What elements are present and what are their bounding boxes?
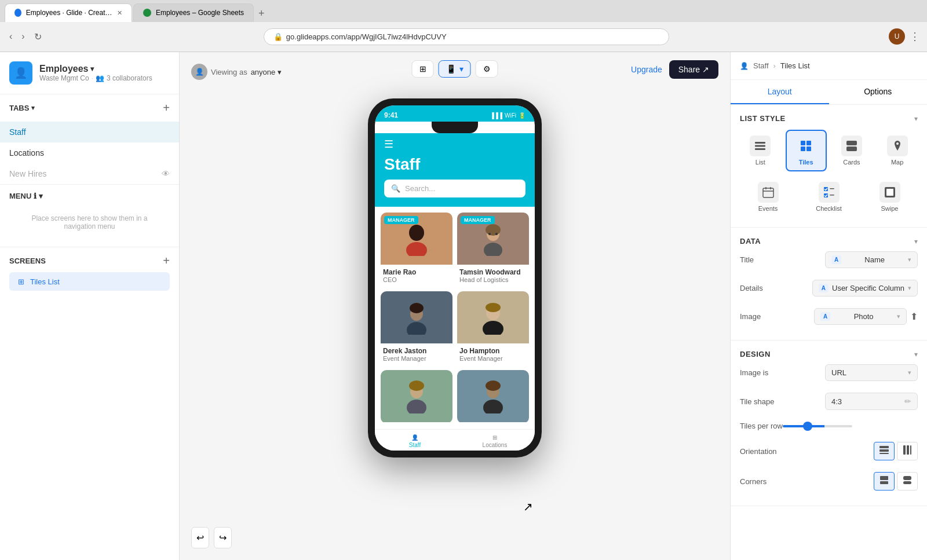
- image-upload-button[interactable]: ⬆: [910, 311, 918, 322]
- undo-button[interactable]: ↩: [191, 527, 209, 548]
- style-cards[interactable]: Cards: [831, 130, 873, 171]
- bottom-nav-locations[interactable]: ⊞ Locations: [455, 434, 535, 448]
- top-right-actions: Upgrade Share ↗: [631, 60, 718, 79]
- upgrade-button[interactable]: Upgrade: [631, 65, 662, 74]
- grid-view-button[interactable]: ⊞: [412, 60, 434, 78]
- style-map[interactable]: Map: [877, 130, 918, 171]
- corners-square-icon: [879, 475, 889, 485]
- tile-p6[interactable]: [457, 370, 529, 423]
- browser-menu-button[interactable]: ⋮: [910, 30, 920, 43]
- style-map-label: Map: [891, 159, 903, 166]
- nav-locations[interactable]: Locations: [0, 142, 179, 163]
- data-details-dropdown[interactable]: A User Specific Column ▾: [812, 280, 918, 297]
- tiles-per-row-slider[interactable]: [783, 425, 852, 427]
- svg-point-15: [407, 400, 426, 413]
- tab-glide[interactable]: Employees · Glide · Create app... ✕: [5, 3, 132, 22]
- svg-rect-23: [801, 141, 805, 145]
- tab-sheets[interactable]: Employees – Google Sheets: [133, 3, 254, 22]
- style-events[interactable]: Events: [740, 176, 796, 218]
- tile-tamsin-badge: MANAGER: [461, 216, 495, 224]
- data-image-dropdown[interactable]: A Photo ▾: [814, 308, 907, 325]
- add-tab-button[interactable]: +: [163, 101, 170, 115]
- forward-button[interactable]: ›: [19, 29, 27, 44]
- app-info: Employees ▾ Waste Mgmt Co · 👥 3 collabor…: [39, 64, 170, 82]
- phone-dropdown-icon: ▾: [459, 64, 464, 74]
- screen-tiles-list[interactable]: ⊞ Tiles List: [9, 272, 170, 291]
- style-tiles[interactable]: Tiles: [786, 130, 827, 171]
- share-button[interactable]: Share ↗: [669, 60, 718, 79]
- tab-layout[interactable]: Layout: [731, 80, 829, 104]
- nav-staff[interactable]: Staff: [0, 122, 179, 142]
- orientation-cols-icon: [902, 445, 913, 455]
- menu-label: MENU ℹ ▾: [9, 192, 170, 200]
- breadcrumb-parent[interactable]: Staff: [753, 61, 769, 70]
- breadcrumb-current: Tiles List: [780, 61, 810, 70]
- tile-p5[interactable]: [381, 370, 452, 423]
- svg-rect-21: [755, 145, 765, 147]
- data-image-label: Image: [740, 312, 761, 321]
- app-subtitle: Waste Mgmt Co · 👥 3 collaborators: [39, 74, 170, 82]
- data-title-value: Name: [864, 255, 885, 264]
- address-bar[interactable]: 🔒 go.glideapps.com/app/WgjIGL7iwz4lHdvpC…: [264, 28, 669, 45]
- reload-button[interactable]: ↻: [32, 29, 44, 45]
- style-list[interactable]: List: [740, 130, 781, 171]
- style-swipe[interactable]: Swipe: [862, 176, 918, 218]
- svg-rect-41: [879, 449, 889, 452]
- viewing-chevron: ▾: [278, 68, 282, 76]
- design-tile-shape-row: Tile shape 4:3 ✏: [740, 387, 918, 416]
- svg-rect-35: [830, 188, 834, 189]
- design-tile-shape-dropdown[interactable]: 4:3 ✏: [825, 393, 918, 410]
- tab-options[interactable]: Options: [829, 80, 928, 104]
- bottom-nav-staff[interactable]: 👤 Staff: [375, 434, 455, 448]
- add-screen-button[interactable]: +: [163, 254, 170, 268]
- tile-derek[interactable]: Derek Jaston Event Manager: [381, 291, 452, 365]
- corners-round-button[interactable]: [897, 472, 918, 491]
- svg-rect-49: [903, 481, 911, 484]
- tab-glide-close[interactable]: ✕: [117, 9, 122, 17]
- design-section-header[interactable]: DESIGN ▾: [740, 350, 918, 358]
- settings-view-button[interactable]: ⚙: [476, 60, 498, 78]
- redo-button[interactable]: ↪: [214, 527, 232, 548]
- list-icon-svg: [754, 140, 767, 152]
- viewing-dropdown[interactable]: anyone ▾: [251, 68, 282, 76]
- design-chevron: ▾: [914, 350, 918, 358]
- data-image-value: Photo: [854, 312, 874, 321]
- style-map-icon: [887, 136, 908, 156]
- orientation-cols-button[interactable]: [897, 442, 918, 460]
- canvas-toolbar: ⊞ 📱 ▾ ⚙: [412, 60, 498, 78]
- nav-new-hires[interactable]: New Hires 👁: [0, 163, 179, 184]
- p5-face-svg: [399, 379, 434, 413]
- tile-jo[interactable]: Jo Hampton Event Manager: [457, 291, 529, 365]
- phone-notch: [432, 122, 478, 133]
- data-section-header[interactable]: DATA ▾: [740, 237, 918, 246]
- svg-point-19: [486, 380, 501, 391]
- data-title-dropdown[interactable]: A Name ▾: [825, 251, 918, 268]
- style-checklist-icon: [819, 182, 840, 203]
- tile-tamsin[interactable]: MANAGER: [457, 213, 529, 287]
- back-button[interactable]: ‹: [7, 29, 14, 44]
- corners-square-button[interactable]: [874, 472, 895, 491]
- new-tab-button[interactable]: +: [254, 5, 269, 22]
- design-image-is-chevron: ▾: [908, 369, 911, 376]
- orientation-rows-button[interactable]: [874, 442, 895, 460]
- data-section: DATA ▾ Title A Name ▾ Details A User Spe…: [731, 228, 927, 341]
- design-image-is-dropdown[interactable]: URL ▾: [825, 364, 918, 381]
- list-style-header[interactable]: LIST STYLE ▾: [740, 114, 918, 123]
- hamburger-icon[interactable]: ☰: [384, 138, 525, 151]
- screen-label: Tiles List: [30, 277, 60, 286]
- slider-container: [783, 425, 918, 427]
- phone-time: 9:41: [384, 111, 398, 119]
- phone-search[interactable]: 🔍 Search...: [384, 180, 525, 197]
- app-name[interactable]: Employees ▾: [39, 64, 170, 74]
- profile-button[interactable]: U: [889, 28, 905, 45]
- tab-sheets-label: Employees – Google Sheets: [156, 9, 244, 17]
- data-image-controls: A Photo ▾ ⬆: [814, 308, 918, 325]
- right-panel: 👤 Staff › Tiles List Layout Options LIST…: [730, 52, 927, 560]
- tile-marie-photo: MANAGER: [381, 213, 452, 265]
- data-details-row: Details A User Specific Column ▾: [740, 274, 918, 302]
- phone-view-button[interactable]: 📱 ▾: [439, 60, 471, 78]
- battery-icon: 🔋: [519, 112, 525, 119]
- style-checklist[interactable]: Checklist: [801, 176, 857, 218]
- tile-marie[interactable]: MANAGER Marie Rao CEO: [381, 213, 452, 287]
- data-title-label: Title: [740, 255, 754, 264]
